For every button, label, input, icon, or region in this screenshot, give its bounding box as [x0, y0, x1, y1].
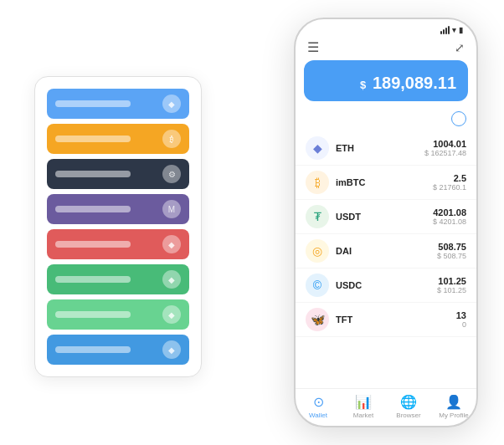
nav-item-market[interactable]: 📊 Market	[341, 394, 386, 419]
nav-item-wallet[interactable]: ⊙ Wallet	[296, 394, 341, 419]
asset-icon-tft: 🦋	[306, 308, 329, 331]
profile-nav-icon: 👤	[445, 394, 462, 410]
browser-nav-icon: 🌐	[400, 394, 417, 410]
phone-header: ☰ ⤢	[296, 36, 476, 60]
asset-icon-dai: ◎	[306, 239, 329, 263]
card-bar	[55, 100, 131, 107]
stack-card-5[interactable]: ◆	[47, 264, 189, 294]
card-icon: ◆	[162, 95, 181, 113]
asset-values-dai: 508.75 $ 508.75	[437, 242, 466, 260]
market-nav-icon: 📊	[355, 394, 372, 410]
stack-card-7[interactable]: ◆	[47, 335, 189, 365]
asset-values-usdc: 101.25 $ 101.25	[437, 276, 466, 294]
browser-nav-label: Browser	[396, 412, 420, 419]
asset-usd-usdc: $ 101.25	[437, 286, 466, 294]
asset-amount-dai: 508.75	[437, 242, 466, 252]
card-bar	[55, 276, 131, 283]
card-stack: ◆ ₿ ⚙ M ◆ ◆ ◆ ◆	[34, 76, 202, 377]
stack-card-4[interactable]: ◆	[47, 229, 189, 259]
assets-header	[296, 108, 476, 131]
asset-amount-tft: 13	[456, 310, 466, 320]
asset-item-dai[interactable]: ◎ DAI 508.75 $ 508.75	[296, 234, 476, 269]
nav-item-browser[interactable]: 🌐 Browser	[386, 394, 431, 419]
stack-card-1[interactable]: ₿	[47, 124, 189, 154]
profile-nav-label: My Profile	[439, 412, 469, 419]
eth-card-balance: $ 189,089.11	[314, 74, 458, 93]
market-nav-label: Market	[353, 412, 373, 419]
asset-values-tft: 13 0	[456, 310, 466, 329]
asset-usd-eth: $ 162517.48	[424, 149, 466, 157]
scene: ◆ ₿ ⚙ M ◆ ◆ ◆ ◆	[9, 9, 495, 436]
asset-name-tft: TFT	[336, 315, 456, 325]
stack-card-3[interactable]: M	[47, 194, 189, 224]
card-icon: ◆	[162, 305, 181, 324]
card-bar	[55, 206, 131, 212]
signal-icon	[440, 26, 450, 34]
asset-usd-dai: $ 508.75	[437, 252, 466, 260]
asset-info-imbtc: imBTC	[336, 177, 433, 187]
asset-values-imbtc: 2.5 $ 21760.1	[433, 173, 466, 192]
wallet-nav-label: Wallet	[309, 412, 327, 419]
asset-name-imbtc: imBTC	[336, 177, 433, 187]
asset-amount-usdt: 4201.08	[433, 207, 466, 217]
card-bar	[55, 136, 131, 142]
status-bar: ▾ ▮	[296, 19, 476, 36]
status-icons: ▾ ▮	[440, 26, 463, 34]
stack-card-0[interactable]: ◆	[47, 89, 189, 119]
asset-name-usdc: USDC	[336, 280, 437, 290]
stack-card-2[interactable]: ⚙	[47, 159, 189, 189]
stack-card-6[interactable]: ◆	[47, 299, 189, 330]
asset-info-usdc: USDC	[336, 280, 437, 290]
asset-usd-usdt: $ 4201.08	[433, 217, 466, 226]
wallet-nav-icon: ⊙	[313, 394, 324, 410]
card-bar	[55, 346, 131, 353]
asset-name-usdt: USDT	[336, 212, 433, 222]
asset-list: ◆ ETH 1004.01 $ 162517.48 ₿ imBTC 2.5 $ …	[296, 131, 476, 388]
asset-item-eth[interactable]: ◆ ETH 1004.01 $ 162517.48	[296, 131, 476, 166]
asset-amount-usdc: 101.25	[437, 276, 466, 286]
card-icon: ⚙	[162, 165, 181, 183]
asset-icon-usdc: ©	[306, 274, 329, 297]
asset-icon-eth: ◆	[306, 136, 329, 160]
card-icon: ₿	[162, 130, 181, 148]
phone-mockup: ▾ ▮ ☰ ⤢ $ 189,089.11	[294, 18, 478, 427]
asset-usd-imbtc: $ 21760.1	[433, 183, 466, 192]
asset-info-eth: ETH	[336, 143, 424, 153]
wifi-icon: ▾	[452, 26, 456, 34]
card-icon: M	[162, 200, 181, 218]
nav-item-profile[interactable]: 👤 My Profile	[431, 394, 476, 419]
asset-info-tft: TFT	[336, 315, 456, 325]
card-icon: ◆	[162, 340, 181, 359]
asset-icon-usdt: ₮	[306, 205, 329, 228]
asset-info-dai: DAI	[336, 246, 437, 256]
asset-amount-imbtc: 2.5	[433, 173, 466, 183]
card-bar	[55, 171, 131, 177]
card-icon: ◆	[162, 270, 181, 289]
asset-name-eth: ETH	[336, 143, 424, 153]
asset-name-dai: DAI	[336, 246, 437, 256]
asset-info-usdt: USDT	[336, 212, 433, 222]
asset-icon-imbtc: ₿	[306, 171, 329, 194]
asset-item-tft[interactable]: 🦋 TFT 13 0	[296, 303, 476, 337]
asset-usd-tft: 0	[456, 320, 466, 329]
asset-amount-eth: 1004.01	[424, 139, 466, 149]
card-icon: ◆	[162, 235, 181, 253]
add-asset-button[interactable]	[451, 111, 466, 126]
card-bar	[55, 241, 131, 248]
card-bar	[55, 311, 131, 318]
menu-icon[interactable]: ☰	[307, 39, 319, 55]
bottom-nav: ⊙ Wallet 📊 Market 🌐 Browser 👤 My Profile	[296, 388, 476, 426]
asset-item-usdc[interactable]: © USDC 101.25 $ 101.25	[296, 269, 476, 303]
asset-item-imbtc[interactable]: ₿ imBTC 2.5 $ 21760.1	[296, 166, 476, 200]
asset-values-eth: 1004.01 $ 162517.48	[424, 139, 466, 157]
battery-icon: ▮	[459, 26, 463, 34]
expand-icon[interactable]: ⤢	[455, 41, 465, 54]
asset-values-usdt: 4201.08 $ 4201.08	[433, 207, 466, 226]
asset-item-usdt[interactable]: ₮ USDT 4201.08 $ 4201.08	[296, 200, 476, 234]
eth-card[interactable]: $ 189,089.11	[304, 60, 468, 101]
eth-currency-symbol: $	[360, 79, 366, 91]
